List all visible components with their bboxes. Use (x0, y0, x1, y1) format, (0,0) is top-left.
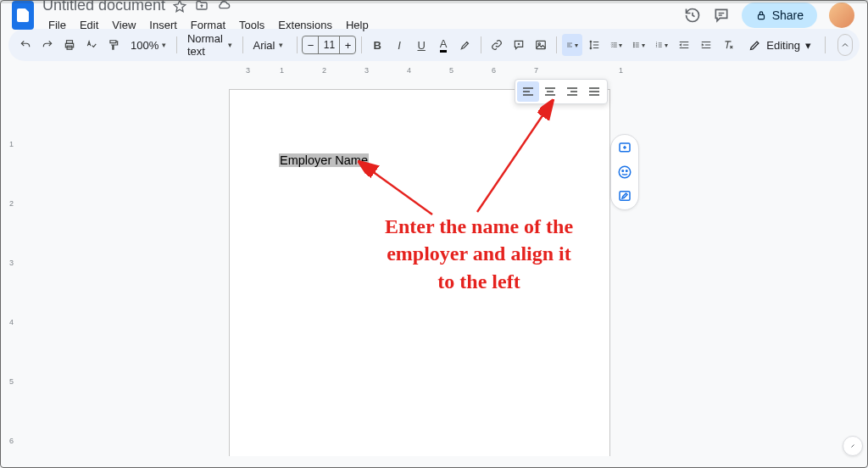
annotation-text: Enter the name of the employer and align… (381, 213, 576, 295)
explore-button[interactable] (843, 436, 863, 456)
